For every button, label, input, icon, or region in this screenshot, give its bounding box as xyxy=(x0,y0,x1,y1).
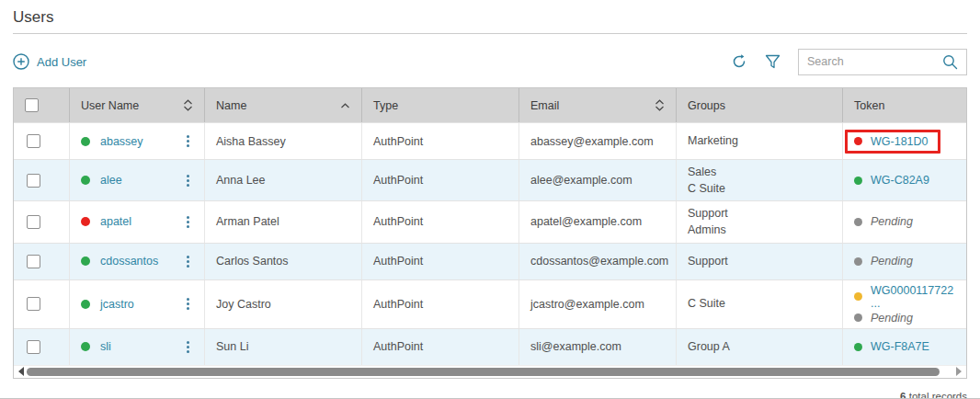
user-status-dot xyxy=(81,256,90,266)
kebab-menu-icon[interactable] xyxy=(183,213,193,231)
type-text: AuthPoint xyxy=(373,215,423,228)
kebab-menu-icon[interactable] xyxy=(183,253,193,270)
table-row: jcastro Joy Castro AuthPoint jcastro@exa… xyxy=(14,279,966,328)
token-link[interactable]: WG-181D0 xyxy=(871,135,929,148)
table-row: cdossantos Carlos Santos AuthPoint cdoss… xyxy=(14,243,966,279)
kebab-menu-icon[interactable] xyxy=(183,132,193,150)
email-cell: alee@example.com xyxy=(519,160,677,200)
row-checkbox[interactable] xyxy=(27,134,40,148)
scroll-left-arrow[interactable] xyxy=(18,367,24,376)
username-cell: cdossantos xyxy=(70,244,205,279)
column-header-groups[interactable]: Groups xyxy=(677,88,843,122)
row-select-cell xyxy=(14,244,70,279)
username-link[interactable]: abassey xyxy=(100,135,143,148)
name-cell: Arman Patel xyxy=(205,201,362,242)
search-box xyxy=(798,49,967,75)
email-cell: abassey@example.com xyxy=(519,123,677,159)
kebab-menu-icon[interactable] xyxy=(183,295,193,313)
token-line: Pending xyxy=(854,215,913,228)
token-cell: WG-181D0 xyxy=(843,123,966,159)
column-header-username[interactable]: User Name xyxy=(70,88,205,122)
username-link[interactable]: cdossantos xyxy=(100,255,158,268)
kebab-menu-icon[interactable] xyxy=(183,172,193,189)
row-checkbox[interactable] xyxy=(27,215,40,229)
groups-cell: SupportAdmins xyxy=(677,201,843,242)
group-name: Admins xyxy=(688,222,726,238)
row-select-cell xyxy=(14,280,70,328)
name-cell: Carlos Santos xyxy=(205,244,362,279)
groups-cell: Support xyxy=(677,244,843,279)
user-status-dot xyxy=(81,300,90,309)
email-cell: cdossantos@example.com xyxy=(519,244,677,279)
type-cell: AuthPoint xyxy=(362,123,519,159)
groups-cell: SalesC Suite xyxy=(677,160,843,200)
email-cell: jcastro@example.com xyxy=(519,280,677,328)
token-cell: WG-F8A7E xyxy=(843,329,966,365)
name-text: Sun Li xyxy=(216,340,248,353)
select-all-checkbox[interactable] xyxy=(25,98,39,112)
username-link[interactable]: sli xyxy=(100,340,111,353)
column-label: Email xyxy=(530,99,559,112)
name-cell: Anna Lee xyxy=(205,160,362,200)
type-cell: AuthPoint xyxy=(362,329,519,365)
token-link[interactable]: WG0000117722 ... xyxy=(871,284,955,310)
row-select-cell xyxy=(14,160,70,200)
groups-cell: Marketing xyxy=(677,123,843,159)
scroll-right-arrow[interactable] xyxy=(956,367,962,376)
page-title: Users xyxy=(13,0,967,33)
name-text: Joy Castro xyxy=(216,298,271,311)
token-status-dot xyxy=(854,177,862,185)
column-header-name[interactable]: Name xyxy=(205,88,362,122)
column-header-email[interactable]: Email xyxy=(519,88,677,122)
type-text: AuthPoint xyxy=(373,298,423,311)
add-user-button[interactable]: Add User xyxy=(13,53,86,70)
token-pending-label: Pending xyxy=(871,312,913,325)
column-header-token[interactable]: Token xyxy=(843,88,966,122)
name-cell: Sun Li xyxy=(205,329,362,365)
token-link[interactable]: WG-C82A9 xyxy=(871,174,929,187)
table-body: abassey Aisha Bassey AuthPoint abassey@e… xyxy=(14,122,966,365)
scrollbar-track[interactable] xyxy=(27,368,953,376)
username-link[interactable]: jcastro xyxy=(100,298,134,311)
column-header-type[interactable]: Type xyxy=(362,88,519,122)
token-status-dot xyxy=(854,137,862,145)
refresh-button[interactable] xyxy=(731,53,747,70)
name-text: Aisha Bassey xyxy=(216,135,286,148)
username-cell: abassey xyxy=(70,123,205,159)
type-text: AuthPoint xyxy=(373,255,423,268)
token-line: Pending xyxy=(854,312,913,325)
token-line: WG-F8A7E xyxy=(854,340,929,353)
group-name: Group A xyxy=(688,338,730,355)
token-line: Pending xyxy=(854,255,913,268)
username-link[interactable]: alee xyxy=(100,174,122,187)
row-checkbox[interactable] xyxy=(27,297,40,311)
name-text: Anna Lee xyxy=(216,174,266,187)
kebab-menu-icon[interactable] xyxy=(183,338,193,356)
search-input[interactable] xyxy=(807,55,942,68)
row-select-cell xyxy=(14,201,70,242)
sort-icon xyxy=(655,99,665,111)
scrollbar-thumb[interactable] xyxy=(27,368,940,376)
username-link[interactable]: apatel xyxy=(100,215,131,228)
token-cell: Pending xyxy=(843,244,966,279)
token-link[interactable]: WG-F8A7E xyxy=(871,340,929,353)
name-cell: Aisha Bassey xyxy=(205,123,362,159)
row-checkbox[interactable] xyxy=(27,255,40,268)
token-cell: WG0000117722 ...Pending xyxy=(843,280,966,328)
row-checkbox[interactable] xyxy=(27,174,40,188)
column-label: Name xyxy=(216,99,246,112)
user-status-dot xyxy=(81,176,90,185)
token-line: WG0000117722 ... xyxy=(854,284,955,310)
type-cell: AuthPoint xyxy=(362,160,519,200)
group-name: Marketing xyxy=(688,132,738,149)
user-status-dot xyxy=(81,217,90,226)
table-row: apatel Arman Patel AuthPoint apatel@exam… xyxy=(14,200,966,242)
row-checkbox[interactable] xyxy=(27,340,40,354)
group-name: Support xyxy=(688,253,728,269)
token-status-dot xyxy=(854,314,862,322)
group-name: Support xyxy=(688,205,728,222)
search-icon[interactable] xyxy=(942,54,958,70)
type-cell: AuthPoint xyxy=(362,201,519,242)
filter-button[interactable] xyxy=(765,54,781,70)
token-cell: WG-C82A9 xyxy=(843,160,966,200)
